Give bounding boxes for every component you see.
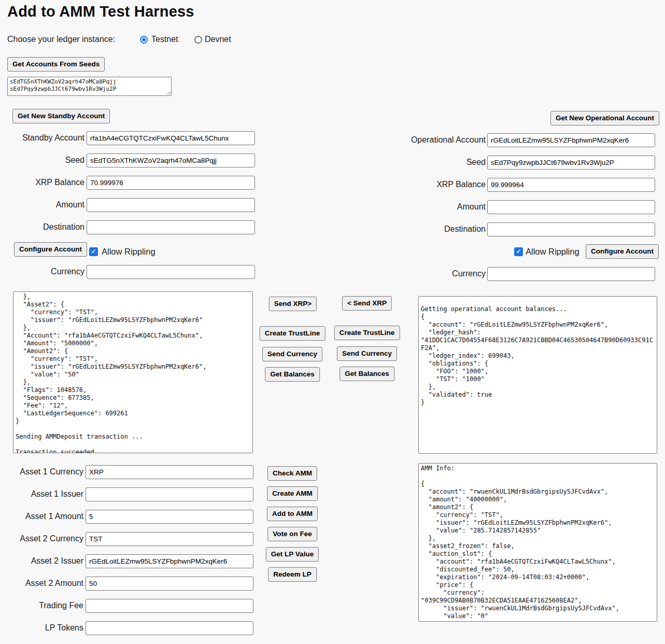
operational-seed-field[interactable] [487, 156, 655, 170]
operational-account-field[interactable] [487, 133, 655, 147]
amm-info-textarea[interactable]: AMM Info: { "account": "rwuenCkUL1MdrBsd… [418, 463, 657, 622]
asset1-amount-field[interactable] [86, 510, 253, 524]
get-new-standby-account-button[interactable]: Get New Standby Account [12, 109, 110, 123]
trading-fee-label: Trading Fee [0, 601, 83, 610]
standby-destination-field[interactable] [87, 220, 255, 234]
operational-xrp-balance-label: XRP Balance [363, 180, 486, 189]
standby-currency-field[interactable] [87, 265, 255, 279]
lp-tokens-field[interactable] [86, 621, 253, 635]
standby-amount-field[interactable] [87, 198, 255, 212]
standby-create-trustline-button[interactable]: Create TrustLine [260, 326, 326, 341]
standby-amount-label: Amount [0, 200, 84, 209]
operational-amount-label: Amount [363, 202, 486, 212]
operational-account-label: Operational Account [363, 135, 486, 145]
standby-allow-rippling-label: Allow Rippling [102, 247, 155, 257]
seeds-textarea[interactable]: sEdTG5nXThKWZoV2aqrh47oMCa8Pqjj sEd7Pqy9… [7, 77, 172, 96]
create-amm-button[interactable]: Create AMM [267, 486, 318, 501]
asset1-issuer-label: Asset 1 Issuer [0, 489, 83, 499]
amm-test-harness-page: Add to AMM Test Harness Choose your ledg… [0, 0, 665, 644]
trading-fee-field[interactable] [86, 599, 253, 613]
operational-get-balances-button[interactable]: Get Balances [339, 367, 394, 381]
ledger-instance-label: Choose your ledger instance: [7, 35, 115, 44]
asset2-issuer-label: Asset 2 Issuer [0, 556, 83, 566]
send-xrp-to-operational-button[interactable]: Send XRP> [269, 297, 317, 311]
standby-configure-account-button[interactable]: Configure Account [14, 242, 87, 257]
standby-xrp-balance-field[interactable] [87, 176, 255, 190]
asset1-amount-label: Asset 1 Amount [0, 512, 83, 521]
operational-xrp-balance-field[interactable] [487, 178, 655, 192]
testnet-radio-label[interactable]: Testnet [151, 35, 178, 44]
standby-currency-label: Currency [0, 267, 84, 276]
get-lp-value-button[interactable]: Get LP Value [266, 547, 319, 562]
standby-get-balances-button[interactable]: Get Balances [265, 367, 320, 382]
operational-results-textarea[interactable]: Getting operational account balances... … [418, 296, 657, 454]
check-amm-button[interactable]: Check AMM [267, 466, 317, 481]
standby-send-currency-button[interactable]: Send Currency [262, 347, 322, 361]
add-to-amm-button[interactable]: Add to AMM [267, 507, 318, 521]
standby-seed-label: Seed [0, 156, 84, 165]
operational-seed-label: Seed [363, 158, 486, 167]
get-accounts-from-seeds-button[interactable]: Get Accounts From Seeds [7, 57, 105, 72]
asset2-issuer-field[interactable] [86, 554, 253, 568]
operational-create-trustline-button[interactable]: Create TrustLine [334, 326, 400, 340]
operational-destination-field[interactable] [487, 222, 655, 236]
operational-currency-field[interactable] [487, 267, 655, 281]
devnet-radio-label[interactable]: Devnet [205, 35, 231, 44]
send-xrp-to-standby-button[interactable]: < Send XRP [342, 296, 392, 311]
asset2-currency-field[interactable] [86, 532, 253, 546]
asset2-currency-label: Asset 2 Currency [0, 534, 83, 543]
operational-allow-rippling-label: Allow Rippling [526, 247, 579, 257]
asset1-issuer-field[interactable] [86, 487, 253, 501]
page-title: Add to AMM Test Harness [7, 3, 194, 20]
lp-tokens-label: LP Tokens [0, 623, 83, 633]
operational-currency-label: Currency [363, 269, 486, 278]
standby-results-textarea[interactable]: }, "Asset2": { "currency": "TST", "issue… [13, 291, 253, 453]
asset2-amount-label: Asset 2 Amount [0, 579, 83, 588]
standby-xrp-balance-label: XRP Balance [0, 178, 84, 187]
standby-destination-label: Destination [0, 222, 84, 232]
devnet-radio[interactable] [194, 36, 202, 44]
operational-allow-rippling-checkbox[interactable]: ✓ [514, 247, 523, 256]
operational-amount-field[interactable] [487, 200, 655, 214]
radio-dot-icon [142, 38, 146, 41]
operational-destination-label: Destination [363, 225, 486, 234]
standby-account-field[interactable] [87, 131, 255, 145]
asset1-currency-label: Asset 1 Currency [0, 467, 83, 477]
standby-account-label: Standby Account [0, 133, 84, 143]
redeem-lp-button[interactable]: Redeem LP [268, 567, 317, 582]
operational-send-currency-button[interactable]: Send Currency [337, 346, 397, 361]
get-new-operational-account-button[interactable]: Get New Operational Account [550, 111, 659, 125]
standby-seed-field[interactable] [87, 153, 255, 167]
vote-on-fee-button[interactable]: Vote on Fee [267, 527, 317, 541]
standby-allow-rippling-checkbox[interactable]: ✓ [89, 247, 98, 256]
testnet-radio[interactable] [140, 36, 148, 44]
operational-configure-account-button[interactable]: Configure Account [586, 244, 659, 259]
asset1-currency-field[interactable] [86, 465, 253, 479]
asset2-amount-field[interactable] [86, 577, 253, 591]
